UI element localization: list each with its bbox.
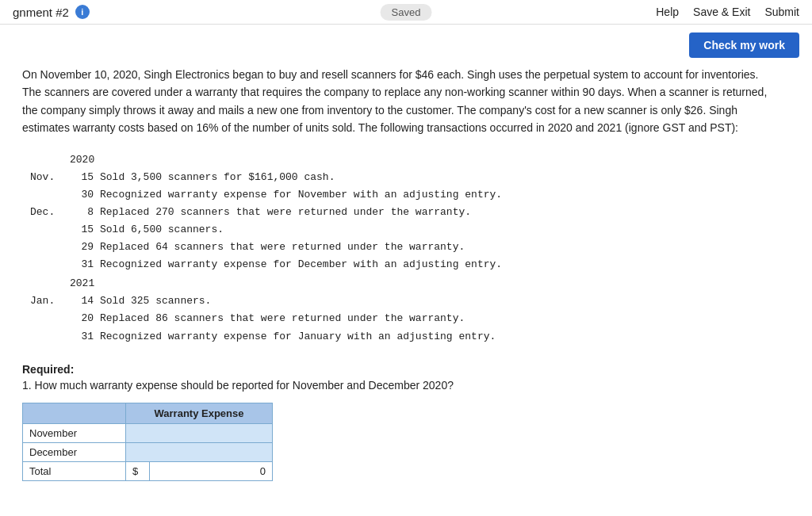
submit-link[interactable]: Submit	[764, 6, 799, 18]
month-nov: Nov.	[30, 169, 70, 186]
trans-row: 31 Recognized warranty expense for Decem…	[30, 256, 790, 273]
table-header-warranty-expense: Warranty Expense	[126, 403, 273, 423]
year-2020-label: 2020	[70, 151, 790, 169]
trans-row: 15 Sold 6,500 scanners.	[30, 221, 790, 239]
day-29: 29	[70, 239, 94, 256]
assignment-title: gnment #2	[13, 6, 69, 19]
warranty-expense-table: Warranty Expense November December Total	[22, 403, 273, 481]
desc-jan14: Sold 325 scanners.	[100, 292, 211, 310]
december-input-cell[interactable]	[126, 442, 273, 461]
november-label: November	[23, 423, 126, 442]
desc-dec15: Sold 6,500 scanners.	[100, 221, 224, 239]
desc-jan20: Replaced 86 scanners that were returned …	[100, 310, 465, 327]
december-label: December	[23, 442, 126, 461]
dollar-sign: $	[126, 461, 150, 480]
main-content: On November 10, 2020, Singh Electronics …	[0, 66, 812, 500]
day-15b: 15	[70, 221, 94, 239]
december-row: December	[23, 442, 273, 461]
month-blank6	[30, 328, 70, 346]
month-blank3	[30, 239, 70, 256]
month-blank5	[30, 310, 70, 327]
desc-dec29: Replaced 64 scanners that were returned …	[100, 239, 465, 256]
december-input[interactable]	[129, 445, 269, 460]
day-8: 8	[70, 204, 94, 221]
november-input[interactable]	[129, 426, 269, 441]
trans-row: Jan. 14 Sold 325 scanners.	[30, 292, 790, 310]
month-blank4	[30, 256, 70, 273]
desc-dec8: Replaced 270 scanners that were returned…	[100, 204, 471, 221]
desc-jan31: Recognized warranty expense for January …	[100, 328, 496, 346]
check-bar: Check my work	[0, 25, 812, 66]
trans-row: 31 Recognized warranty expense for Janua…	[30, 328, 790, 346]
help-link[interactable]: Help	[656, 6, 679, 18]
month-jan: Jan.	[30, 292, 70, 310]
problem-text: On November 10, 2020, Singh Electronics …	[22, 66, 768, 137]
day-31b: 31	[70, 328, 94, 346]
day-15: 15	[70, 169, 94, 186]
trans-row: 29 Replaced 64 scanners that were return…	[30, 239, 790, 256]
month-blank2	[30, 221, 70, 239]
table-header-label-empty	[23, 403, 126, 423]
saved-badge: Saved	[381, 4, 432, 21]
november-input-cell[interactable]	[126, 423, 273, 442]
desc-dec31: Recognized warranty expense for December…	[100, 256, 502, 273]
day-30: 30	[70, 186, 94, 204]
desc-nov15: Sold 3,500 scanners for $161,000 cash.	[100, 169, 335, 186]
month-dec: Dec.	[30, 204, 70, 221]
month-blank	[30, 186, 70, 204]
info-icon[interactable]: i	[75, 5, 90, 19]
top-nav-left: gnment #2 i	[13, 5, 96, 19]
transactions-block: 2020 Nov. 15 Sold 3,500 scanners for $16…	[30, 151, 790, 346]
total-label: Total	[23, 461, 126, 480]
total-row: Total $ 0	[23, 461, 273, 480]
required-label: Required:	[22, 363, 790, 376]
save-exit-link[interactable]: Save & Exit	[693, 6, 750, 18]
day-14: 14	[70, 292, 94, 310]
trans-row: Dec. 8 Replaced 270 scanners that were r…	[30, 204, 790, 221]
top-nav-right: Help Save & Exit Submit	[656, 6, 799, 18]
total-value: 0	[150, 461, 273, 480]
top-nav: gnment #2 i Saved Help Save & Exit Submi…	[0, 0, 812, 25]
trans-row: 20 Replaced 86 scanners that were return…	[30, 310, 790, 327]
desc-nov30: Recognized warranty expense for November…	[100, 186, 502, 204]
check-my-work-button[interactable]: Check my work	[689, 32, 799, 58]
november-row: November	[23, 423, 273, 442]
day-31: 31	[70, 256, 94, 273]
day-20: 20	[70, 310, 94, 327]
trans-row: Nov. 15 Sold 3,500 scanners for $161,000…	[30, 169, 790, 186]
trans-row: 30 Recognized warranty expense for Novem…	[30, 186, 790, 204]
required-question-1: 1. How much warranty expense should be r…	[22, 379, 790, 392]
year-2021-label: 2021	[70, 275, 790, 292]
